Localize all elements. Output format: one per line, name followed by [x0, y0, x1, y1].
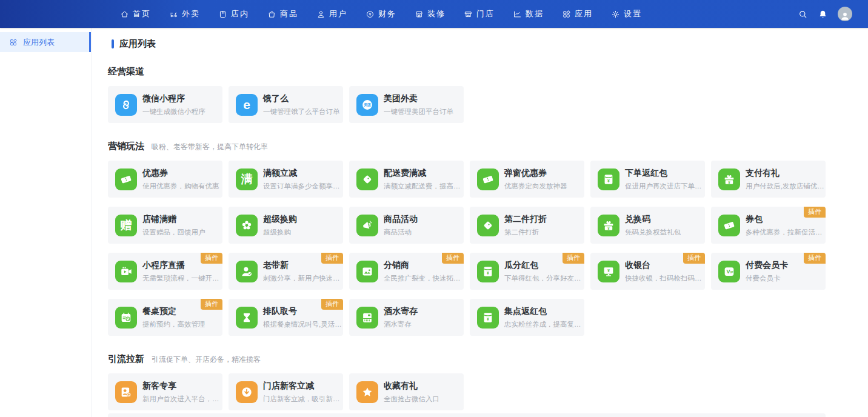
app-card-marketing-11[interactable]: 插件券包多种优惠券，拉新促活促...: [711, 207, 826, 244]
app-card-marketing-20[interactable]: 酒水寄存酒水寄存: [349, 299, 464, 336]
app-card-text: 饿了么一键管理饿了么平台订单: [263, 93, 340, 116]
plugin-badge: 插件: [563, 253, 584, 264]
app-card-channels-0[interactable]: 微信小程序一键生成微信小程序: [108, 86, 222, 123]
app-card-traffic-1[interactable]: 门店新客立减门店新客立减，吸引新用...: [229, 373, 343, 410]
nav-item-settings[interactable]: 设置: [611, 8, 642, 19]
calendar-clock-icon: [115, 307, 137, 329]
app-grid-traffic: 新客专享新用户首次进入平台，立...门店新客立减门店新客立减，吸引新用...收藏…: [108, 373, 868, 410]
app-card-marketing-8[interactable]: 商品活动商品活动: [349, 207, 464, 244]
red-packet-icon: ¥: [477, 261, 499, 282]
section-header-channels: 经营渠道: [108, 65, 868, 78]
app-card-marketing-12[interactable]: 插件小程序直播无需繁琐流程，一键开通...: [108, 253, 222, 290]
nav-item-data[interactable]: 数据: [513, 8, 544, 19]
app-card-text: 餐桌预定提前预约，高效管理: [142, 306, 205, 329]
app-card-marketing-19[interactable]: 插件排队取号根据餐桌情况叫号,灵活方便: [229, 299, 343, 336]
app-card-marketing-13[interactable]: 插件老带新刺激分享，新用户快速裂变: [229, 253, 343, 290]
section-header-traffic: 引流拉新引流促下单、开店必备，精准揽客: [108, 353, 868, 365]
app-card-channels-1[interactable]: e饿了么一键管理饿了么平台订单: [229, 86, 343, 123]
app-card-traffic-0[interactable]: 新客专享新用户首次进入平台，立...: [108, 373, 222, 410]
app-card-marketing-16[interactable]: 插件¥收银台快捷收银，扫码枪扫码支付: [590, 253, 705, 290]
plugin-badge: 插件: [201, 299, 222, 310]
app-card-text: 酒水寄存酒水寄存: [384, 306, 418, 329]
app-card-marketing-1[interactable]: 满满额立减设置订单满多少金额享受...: [229, 161, 343, 198]
grid-icon: [9, 38, 18, 47]
app-card-marketing-3[interactable]: 弹窗优惠券优惠券定向发放神器: [470, 161, 584, 198]
nav-menu: 首页外卖店内商品用户财务装修门店数据应用设置: [120, 8, 642, 19]
app-card-text: 支付有礼用户付款后,发放店铺优惠券: [746, 168, 826, 191]
app-title: 门店新客立减: [263, 381, 343, 392]
section-header-marketing: 营销玩法吸粉、老客带新客，提高下单转化率: [108, 140, 868, 152]
app-card-text: 兑换码凭码兑换权益礼包: [625, 214, 681, 237]
app-subtitle: 一键生成微信小程序: [142, 107, 205, 116]
gift-icon: ¥: [598, 215, 619, 236]
wechat-miniprogram-icon: [115, 94, 137, 116]
app-subtitle: 忠实粉丝养成，提高复购...: [504, 320, 584, 329]
app-card-marketing-14[interactable]: 插件分销商全民推广裂变，快速拓客...: [349, 253, 464, 290]
nav-item-instore[interactable]: 店内: [218, 8, 249, 19]
app-card-marketing-18[interactable]: 插件餐桌预定提前预约，高效管理: [108, 299, 222, 336]
nav-item-finance[interactable]: 财务: [366, 8, 396, 19]
svg-text:¥: ¥: [487, 316, 489, 321]
chart-icon: [513, 10, 522, 19]
svg-text:IP: IP: [730, 271, 733, 274]
ticket-icon: [718, 215, 740, 236]
awning-icon: [415, 10, 424, 19]
app-title: 收藏有礼: [384, 381, 439, 392]
plugin-badge: 插件: [321, 299, 343, 310]
app-card-marketing-15[interactable]: 插件¥瓜分红包下单得红包，分享好友，...: [470, 253, 584, 290]
svg-text:¥: ¥: [608, 226, 610, 230]
red-packet-icon: ¥: [598, 168, 619, 190]
app-card-text: 微信小程序一键生成微信小程序: [142, 93, 205, 116]
nav-item-decorate[interactable]: 装修: [415, 8, 446, 19]
app-card-text: 第二件打折第二件打折: [504, 214, 547, 237]
app-card-marketing-2[interactable]: 配送费满减满额立减配送费，提高订...: [349, 161, 464, 198]
cashier-monitor-icon: ¥: [598, 261, 619, 282]
user-avatar[interactable]: [838, 7, 852, 21]
app-card-marketing-17[interactable]: 插件VIP付费会员卡付费会员卡: [711, 253, 826, 290]
nav-item-users[interactable]: 用户: [316, 8, 347, 19]
plugin-badge: 插件: [804, 207, 826, 218]
nav-item-stores[interactable]: 门店: [464, 8, 495, 19]
sidebar-item-app-list[interactable]: 应用列表: [0, 32, 91, 52]
nav-item-goods[interactable]: 商品: [267, 8, 298, 19]
zeng-character-icon: 赠: [115, 215, 137, 236]
app-subtitle: 下单得红包，分享好友，...: [504, 274, 584, 283]
nav-item-label: 用户: [329, 8, 347, 19]
storefront-icon: [464, 10, 473, 19]
app-card-traffic-2[interactable]: 收藏有礼全面抢占微信入口: [349, 373, 464, 410]
app-subtitle: 满额立减配送费，提高订...: [384, 182, 464, 191]
app-title: 酒水寄存: [384, 306, 418, 317]
nav-item-takeout[interactable]: 外卖: [169, 8, 200, 19]
megaphone-icon: [356, 215, 378, 236]
search-button[interactable]: [798, 9, 808, 19]
app-subtitle: 设置订单满多少金额享受...: [263, 182, 343, 191]
app-card-marketing-7[interactable]: 超级换购超级换购: [229, 207, 343, 244]
app-card-marketing-5[interactable]: ¥支付有礼用户付款后,发放店铺优惠券: [711, 161, 826, 198]
app-title: 店铺满赠: [142, 214, 205, 225]
app-title: 美团外卖: [384, 93, 453, 104]
app-card-marketing-6[interactable]: 赠店铺满赠设置赠品，回馈用户: [108, 207, 222, 244]
plugin-badge: 插件: [442, 253, 464, 264]
nav-item-apps[interactable]: 应用: [562, 8, 593, 19]
app-title: 餐桌预定: [142, 306, 205, 317]
section-title: 经营渠道: [108, 65, 144, 78]
home-icon: [120, 10, 129, 19]
eleme-icon: e: [236, 94, 258, 116]
app-subtitle: 酒水寄存: [384, 320, 418, 329]
search-icon: [798, 9, 808, 19]
app-card-marketing-21[interactable]: ¥集点返红包忠实粉丝养成，提高复购...: [470, 299, 584, 336]
app-card-channels-2[interactable]: 美团美团外卖一键管理美团平台订单: [349, 86, 464, 123]
app-title: 微信小程序: [142, 93, 205, 104]
red-packet-icon: ¥: [477, 307, 499, 329]
next-row-partial: [108, 413, 826, 417]
notifications-button[interactable]: [818, 9, 828, 19]
plugin-badge: 插件: [804, 253, 826, 264]
app-card-marketing-9[interactable]: 第二件打折第二件打折: [470, 207, 584, 244]
nav-item-home[interactable]: 首页: [120, 8, 151, 19]
app-card-text: 优惠券使用优惠券，购物有优惠: [142, 168, 219, 191]
top-navbar: 首页外卖店内商品用户财务装修门店数据应用设置: [0, 0, 868, 28]
app-card-marketing-4[interactable]: ¥下单返红包促进用户再次进店下单，...: [590, 161, 705, 198]
app-title: 兑换码: [625, 214, 681, 225]
app-card-marketing-10[interactable]: ¥兑换码凭码兑换权益礼包: [590, 207, 705, 244]
app-card-marketing-0[interactable]: 优惠券使用优惠券，购物有优惠: [108, 161, 222, 198]
